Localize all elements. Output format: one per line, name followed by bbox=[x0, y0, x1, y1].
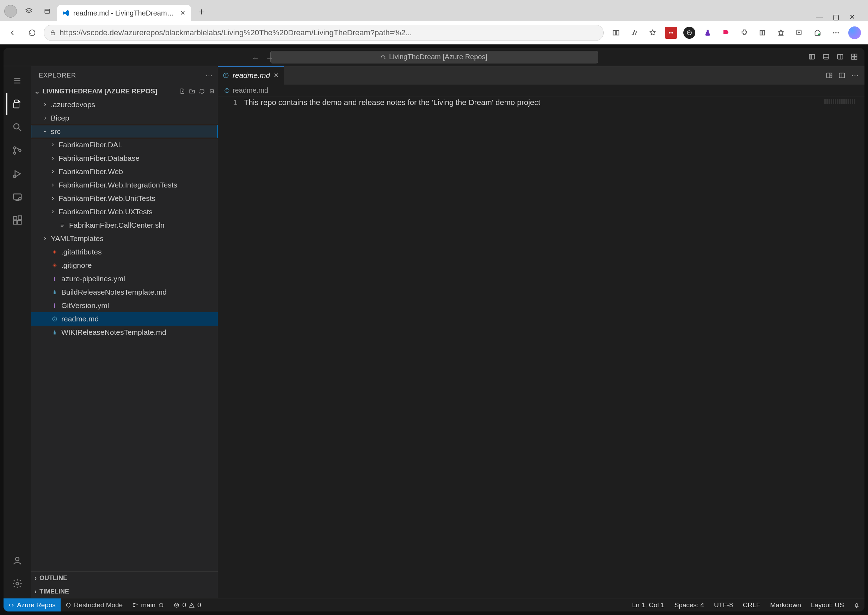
tree-folder[interactable]: .azuredevops bbox=[31, 98, 218, 111]
tab-actions-icon[interactable] bbox=[40, 4, 54, 18]
svg-point-62 bbox=[226, 74, 226, 75]
code-area[interactable]: 1 This repo contains the demo and releas… bbox=[218, 97, 865, 598]
tree-folder[interactable]: FabrikamFiber.Database bbox=[31, 151, 218, 165]
status-azure-repos[interactable]: Azure Repos bbox=[3, 598, 61, 612]
collapse-all-icon[interactable] bbox=[209, 88, 215, 94]
nav-back-button[interactable] bbox=[4, 25, 20, 41]
tree-label: FabrikamFiber.Web.UnitTests bbox=[58, 194, 155, 203]
favorite-icon[interactable] bbox=[647, 27, 659, 39]
minimap[interactable] bbox=[824, 99, 856, 104]
tree-folder[interactable]: Bicep bbox=[31, 111, 218, 125]
dark-ext-icon[interactable] bbox=[683, 27, 695, 39]
accounts-icon[interactable] bbox=[6, 549, 28, 571]
customize-layout-icon[interactable] bbox=[849, 52, 860, 62]
status-restricted[interactable]: Restricted Mode bbox=[61, 598, 128, 612]
tree-folder[interactable]: src bbox=[31, 125, 218, 138]
window-close-icon[interactable]: ✕ bbox=[849, 13, 855, 21]
remote-icon[interactable] bbox=[6, 186, 28, 208]
feedback-icon[interactable] bbox=[720, 27, 732, 39]
tree-file[interactable]: BuildReleaseNotesTemplate.md bbox=[31, 286, 218, 299]
tab-close-icon[interactable]: ✕ bbox=[180, 8, 186, 18]
status-layout[interactable]: Layout: US bbox=[806, 598, 849, 612]
scm-icon[interactable] bbox=[6, 140, 28, 161]
window-maximize-icon[interactable]: ▢ bbox=[833, 13, 840, 21]
status-spaces[interactable]: Spaces: 4 bbox=[669, 598, 709, 612]
tree-folder[interactable]: FabrikamFiber.DAL bbox=[31, 138, 218, 151]
lastpass-icon[interactable]: ••• bbox=[665, 27, 677, 39]
menu-icon[interactable] bbox=[6, 70, 28, 92]
new-file-icon[interactable] bbox=[179, 88, 185, 94]
shopping-icon[interactable] bbox=[812, 27, 824, 39]
tree-file[interactable]: readme.md bbox=[31, 312, 218, 326]
new-tab-button[interactable]: + bbox=[195, 5, 209, 19]
tree-folder[interactable]: FabrikamFiber.Web.UXTests bbox=[31, 205, 218, 219]
browser-tab-active[interactable]: readme.md - LivingTheDream [Az ✕ bbox=[57, 5, 191, 21]
tree-file[interactable]: .gitignore bbox=[31, 259, 218, 272]
sidebar-more-icon[interactable]: ⋯ bbox=[206, 71, 213, 80]
profile-avatar[interactable] bbox=[4, 5, 17, 18]
breadcrumb[interactable]: readme.md bbox=[218, 84, 865, 97]
extensions-activity-icon[interactable] bbox=[6, 209, 28, 231]
window-minimize-icon[interactable]: — bbox=[816, 13, 823, 21]
debug-icon[interactable] bbox=[6, 163, 28, 185]
status-encoding[interactable]: UTF-8 bbox=[709, 598, 738, 612]
outline-section[interactable]: › OUTLINE bbox=[31, 571, 218, 585]
status-lang[interactable]: Markdown bbox=[765, 598, 806, 612]
new-folder-icon[interactable] bbox=[189, 88, 195, 94]
search-activity-icon[interactable] bbox=[6, 116, 28, 138]
tree-file[interactable]: WIKIReleaseNotesTemplate.md bbox=[31, 326, 218, 339]
tree-file[interactable]: azure-pipelines.yml bbox=[31, 272, 218, 286]
settings-gear-icon[interactable] bbox=[6, 573, 28, 595]
tree-folder[interactable]: FabrikamFiber.Web.IntegrationTests bbox=[31, 178, 218, 192]
timeline-section[interactable]: › TIMELINE bbox=[31, 585, 218, 598]
svg-point-51 bbox=[54, 251, 55, 253]
editor-tab-readme[interactable]: readme.md ✕ bbox=[218, 66, 284, 84]
toggle-panel-icon[interactable] bbox=[821, 52, 831, 62]
tree-folder[interactable]: YAMLTemplates bbox=[31, 232, 218, 245]
more-icon[interactable] bbox=[830, 27, 842, 39]
toggle-secondary-icon[interactable] bbox=[835, 52, 845, 62]
url-field[interactable]: https://vscode.dev/azurerepos/blackmarbl… bbox=[44, 25, 604, 41]
explorer-icon[interactable] bbox=[6, 93, 28, 115]
editor-tab-filename: readme.md bbox=[233, 71, 270, 80]
refresh-explorer-icon[interactable] bbox=[199, 88, 205, 94]
status-problems[interactable]: 0 0 bbox=[169, 598, 206, 612]
addtab-collection-icon[interactable] bbox=[793, 27, 805, 39]
favorites-bar-icon[interactable] bbox=[775, 27, 787, 39]
tree-folder[interactable]: FabrikamFiber.Web bbox=[31, 165, 218, 178]
layout-icons bbox=[807, 52, 860, 62]
tree-folder[interactable]: FabrikamFiber.Web.UnitTests bbox=[31, 192, 218, 205]
editor-tab-close-icon[interactable]: ✕ bbox=[273, 72, 279, 79]
file-type-icon bbox=[58, 222, 66, 228]
tree-file[interactable]: .gitattributes bbox=[31, 245, 218, 259]
command-center[interactable]: LivingTheDream [Azure Repos] bbox=[270, 51, 598, 64]
sidebar: EXPLORER ⋯ ⌄ LIVINGTHEDREAM [AZURE REPOS… bbox=[31, 66, 218, 598]
editor-nav-back-icon[interactable]: ← bbox=[250, 53, 261, 64]
editor-nav-fwd-icon[interactable]: → bbox=[264, 53, 275, 64]
extensions-icon[interactable] bbox=[738, 27, 750, 39]
svg-rect-26 bbox=[855, 57, 857, 59]
split-editor-icon[interactable] bbox=[838, 72, 845, 79]
tree-label: FabrikamFiber.Database bbox=[58, 154, 140, 162]
status-eol[interactable]: CRLF bbox=[738, 598, 765, 612]
file-tree[interactable]: .azuredevopsBicepsrcFabrikamFiber.DALFab… bbox=[31, 98, 218, 571]
split-screen-icon[interactable] bbox=[610, 27, 622, 39]
testbeaker-icon[interactable] bbox=[702, 27, 713, 39]
workspaces-icon[interactable] bbox=[22, 4, 36, 18]
collections-icon[interactable] bbox=[757, 27, 769, 39]
tree-file[interactable]: GitVersion.yml bbox=[31, 299, 218, 312]
copilot-icon[interactable] bbox=[848, 27, 861, 39]
toggle-sidebar-icon[interactable] bbox=[807, 52, 817, 62]
tree-file[interactable]: FabrikamFiber.CallCenter.sln bbox=[31, 219, 218, 232]
read-aloud-icon[interactable] bbox=[628, 27, 640, 39]
svg-point-13 bbox=[838, 32, 839, 33]
preview-icon[interactable] bbox=[826, 72, 833, 79]
code-line: This repo contains the demo and release … bbox=[244, 97, 540, 598]
sidebar-section-header[interactable]: ⌄ LIVINGTHEDREAM [AZURE REPOS] bbox=[31, 84, 218, 98]
status-branch[interactable]: main bbox=[128, 598, 169, 612]
status-lncol[interactable]: Ln 1, Col 1 bbox=[627, 598, 669, 612]
nav-refresh-button[interactable] bbox=[24, 25, 40, 41]
status-notifications-icon[interactable] bbox=[849, 598, 865, 612]
editor-more-icon[interactable]: ⋯ bbox=[851, 71, 859, 80]
svg-line-32 bbox=[18, 129, 21, 131]
